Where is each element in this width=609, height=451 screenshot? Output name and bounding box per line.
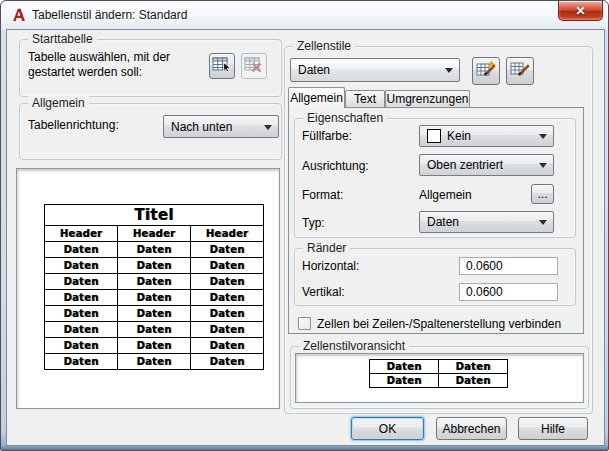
cell-style-preview-cell: Daten (439, 360, 508, 374)
fill-color-label: Füllfarbe: (302, 129, 352, 143)
cell-style-select[interactable]: Daten (290, 58, 460, 82)
help-button[interactable]: Hilfe (518, 417, 588, 440)
color-swatch-none-icon (427, 129, 441, 143)
create-cell-style-button[interactable] (472, 57, 500, 85)
preview-data-cell: Daten (45, 354, 118, 370)
table-direction-value: Nach unten (171, 120, 232, 134)
tab-text[interactable]: Text (345, 90, 385, 107)
manage-cell-styles-button[interactable] (506, 57, 534, 85)
cell-style-preview-cell: Daten (439, 374, 508, 388)
vertical-margin-label: Vertikal: (302, 285, 345, 299)
table-direction-select[interactable]: Nach unten (163, 115, 279, 138)
table-style-preview-panel: Titel Header Header Header Daten Daten D… (16, 168, 280, 409)
manage-cell-styles-icon (510, 60, 530, 83)
cell-style-preview-row: Daten Daten (370, 360, 508, 374)
title-bar[interactable]: Tabellenstil ändern: Standard ✕ (1, 1, 608, 29)
preview-table: Titel Header Header Header Daten Daten D… (44, 204, 264, 370)
preview-data-cell: Daten (191, 306, 264, 322)
cancel-button-label: Abbrechen (442, 422, 500, 436)
preview-data-cell: Daten (118, 274, 191, 290)
cancel-button[interactable]: Abbrechen (436, 417, 507, 440)
table-remove-icon (244, 56, 264, 77)
preview-data-cell: Daten (118, 322, 191, 338)
format-value: Allgemein (419, 188, 472, 202)
cell-style-value: Daten (298, 63, 330, 77)
preview-data-row: Daten Daten Daten (45, 322, 264, 338)
preview-data-row: Daten Daten Daten (45, 258, 264, 274)
preview-data-row: Daten Daten Daten (45, 354, 264, 370)
preview-data-cell: Daten (191, 242, 264, 258)
tab-allgemein[interactable]: Allgemein (288, 87, 345, 108)
horizontal-margin-input[interactable] (459, 257, 558, 275)
preview-data-cell: Daten (45, 258, 118, 274)
chevron-down-icon (539, 134, 547, 139)
preview-title-row: Titel (45, 205, 264, 226)
tab-umgrenzungen-label: Umgrenzungen (386, 92, 468, 106)
chevron-down-icon (264, 125, 272, 130)
type-value: Daten (427, 215, 459, 229)
preview-data-cell: Daten (191, 322, 264, 338)
chevron-down-icon (539, 220, 547, 225)
ok-button-label: OK (379, 422, 396, 436)
cell-style-preview-panel: Daten Daten Daten Daten (295, 353, 584, 403)
close-button[interactable]: ✕ (558, 1, 603, 21)
chevron-down-icon (445, 68, 453, 73)
group-eigenschaften-label: Eigenschaften (303, 111, 387, 125)
alignment-value: Oben zentriert (427, 158, 503, 172)
close-icon: ✕ (575, 5, 585, 17)
preview-data-row: Daten Daten Daten (45, 274, 264, 290)
preview-data-cell: Daten (118, 290, 191, 306)
remove-start-table-button[interactable] (241, 53, 267, 79)
fill-color-select[interactable]: Kein (419, 125, 554, 147)
preview-header-row: Header Header Header (45, 226, 264, 242)
preview-data-cell: Daten (45, 338, 118, 354)
preview-data-cell: Daten (118, 306, 191, 322)
dialog-window: Tabellenstil ändern: Standard ✕ Starttab… (0, 0, 609, 451)
fill-color-value: Kein (447, 129, 471, 143)
alignment-label: Ausrichtung: (302, 159, 369, 173)
preview-header-cell: Header (45, 226, 118, 242)
tab-allgemein-label: Allgemein (290, 91, 343, 105)
format-browse-button[interactable]: ... (531, 184, 554, 204)
preview-data-cell: Daten (191, 354, 264, 370)
preview-header-cell: Header (118, 226, 191, 242)
preview-data-cell: Daten (45, 322, 118, 338)
new-cell-style-icon (476, 60, 496, 83)
window-title: Tabellenstil ändern: Standard (32, 8, 187, 22)
group-raender-label: Ränder (303, 241, 350, 255)
cell-style-preview-cell: Daten (370, 360, 439, 374)
type-label: Typ: (302, 216, 325, 230)
preview-header-cell: Header (191, 226, 264, 242)
group-starttabelle-label: Starttabelle (28, 32, 97, 46)
tab-text-label: Text (354, 92, 376, 106)
starttabelle-description-line2: gestartet werden soll: (28, 65, 142, 79)
ok-button[interactable]: OK (351, 417, 424, 440)
preview-data-cell: Daten (191, 258, 264, 274)
preview-data-cell: Daten (191, 338, 264, 354)
merge-cells-checkbox[interactable] (298, 317, 311, 330)
alignment-select[interactable]: Oben zentriert (419, 154, 554, 176)
preview-title-cell: Titel (45, 205, 264, 226)
preview-data-cell: Daten (45, 290, 118, 306)
table-select-icon (212, 56, 232, 77)
cell-style-preview-cell: Daten (370, 374, 439, 388)
preview-data-row: Daten Daten Daten (45, 306, 264, 322)
autocad-logo-icon (11, 7, 27, 23)
group-zellenstile-label: Zellenstile (293, 39, 355, 53)
preview-data-cell: Daten (118, 242, 191, 258)
preview-data-row: Daten Daten Daten (45, 242, 264, 258)
select-start-table-button[interactable] (209, 53, 235, 79)
vertical-margin-input[interactable] (459, 283, 558, 301)
preview-data-row: Daten Daten Daten (45, 290, 264, 306)
tab-umgrenzungen[interactable]: Umgrenzungen (385, 90, 470, 107)
horizontal-margin-label: Horizontal: (302, 259, 359, 273)
preview-data-cell: Daten (191, 274, 264, 290)
preview-data-cell: Daten (118, 354, 191, 370)
type-select[interactable]: Daten (419, 211, 554, 233)
merge-cells-checkbox-label: Zellen bei Zeilen-/Spaltenerstellung ver… (317, 317, 561, 331)
chevron-down-icon (539, 163, 547, 168)
format-label: Format: (302, 188, 343, 202)
group-allgemein-label: Allgemein (28, 96, 89, 110)
preview-data-cell: Daten (45, 242, 118, 258)
preview-data-cell: Daten (118, 338, 191, 354)
